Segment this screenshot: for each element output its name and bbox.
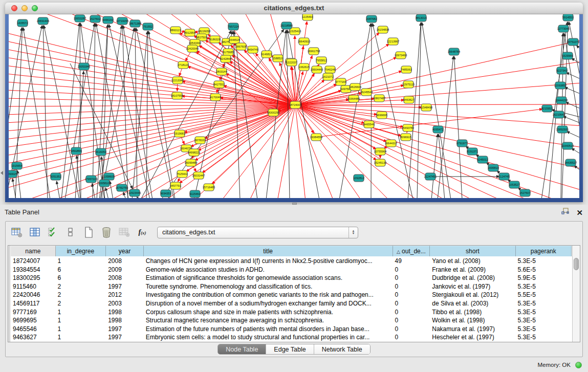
network-node-yellow[interactable]: 16031447 (192, 172, 205, 179)
network-node-yellow[interactable]: 1919682 (174, 130, 185, 137)
black-edge[interactable] (569, 22, 579, 198)
table-row[interactable]: 911546021997Tourette syndrome. Phenomeno… (11, 282, 572, 291)
black-edge[interactable] (574, 166, 579, 172)
network-node-teal[interactable]: 6791977 (456, 140, 467, 147)
network-node-teal[interactable]: 15892931 (556, 126, 569, 133)
network-node-yellow[interactable]: 16154838 (377, 26, 389, 33)
network-node-yellow[interactable]: 9242848 (220, 55, 231, 62)
network-node-teal[interactable]: 1405572 (17, 19, 28, 27)
table-cell[interactable]: 1 (56, 333, 106, 342)
table-cell[interactable]: Investigating the contribution of common… (144, 291, 393, 299)
table-cell[interactable]: 1 (56, 308, 106, 317)
network-node-yellow[interactable]: 15245133 (374, 159, 386, 166)
table-cell[interactable]: 9463627 (11, 333, 56, 342)
table-cell[interactable]: 1997 (106, 333, 144, 342)
float-window-icon[interactable] (561, 208, 569, 217)
black-edge[interactable] (576, 45, 579, 51)
black-edge[interactable] (43, 26, 48, 198)
table-cell[interactable]: 2009 (106, 266, 144, 274)
red-edge[interactable] (9, 90, 295, 105)
network-node-teal[interactable]: 8191371 (467, 148, 477, 155)
network-node-yellow[interactable]: 1621072 (322, 73, 333, 80)
network-node-yellow[interactable]: 22420046 (186, 45, 199, 52)
table-cell[interactable]: 5.3E-5 (515, 316, 572, 325)
network-node-yellow[interactable]: 9699695 (376, 112, 387, 119)
table-cell[interactable]: 19384554 (11, 266, 56, 274)
red-edge[interactable] (295, 104, 579, 105)
column-header-short[interactable]: short (430, 246, 515, 256)
table-cell[interactable]: Yano et al. (2008) (430, 257, 515, 266)
scrollbar-thumb[interactable] (574, 258, 579, 270)
table-cell[interactable]: 0 (393, 266, 430, 274)
table-cell[interactable]: Embryonic stem cells: a model to study s… (144, 333, 393, 342)
black-edge[interactable] (75, 71, 83, 198)
network-node-yellow[interactable]: 7485063 (401, 66, 411, 73)
network-node-teal[interactable]: 6466160 (102, 16, 113, 24)
table-cell[interactable]: Changes of HCN gene expression and I(f) … (144, 257, 393, 266)
black-edge[interactable] (373, 24, 413, 198)
network-node-yellow[interactable]: 12213967 (387, 38, 399, 45)
black-edge[interactable] (572, 148, 579, 155)
network-node-yellow[interactable]: 18300295 (267, 109, 279, 116)
table-select-dropdown[interactable]: citations_edges.txt ▲▼ (157, 227, 358, 238)
black-edge[interactable] (566, 73, 579, 80)
table-cell[interactable]: 2 (56, 291, 106, 299)
network-node-yellow[interactable]: 4170046 (210, 94, 221, 101)
network-node-teal[interactable]: 20053346 (78, 63, 90, 70)
black-edge[interactable] (23, 28, 50, 198)
red-edge[interactable] (295, 105, 446, 198)
table-cell[interactable]: 5.3E-5 (515, 308, 572, 317)
network-node-teal[interactable]: 5051352 (50, 173, 61, 180)
network-node-yellow[interactable]: 8427552 (213, 81, 224, 88)
table-cell[interactable]: 9699695 (11, 316, 56, 325)
black-edge[interactable] (572, 58, 579, 65)
table-cell[interactable]: 1998 (106, 308, 144, 317)
table-cell[interactable]: 49 (393, 257, 430, 266)
tab-node-table[interactable]: Node Table (218, 344, 266, 354)
table-cell[interactable]: 5.3E-5 (515, 299, 572, 308)
table-cell[interactable]: Nakamura et al. (1997) (430, 325, 515, 334)
table-cell[interactable]: 0 (393, 333, 430, 342)
network-node-teal[interactable]: 17957223 (85, 176, 97, 183)
table-cell[interactable]: 22420046 (11, 291, 56, 299)
tab-edge-table[interactable]: Edge Table (266, 344, 314, 354)
network-node-teal[interactable]: 2087682 (366, 15, 377, 23)
red-edge[interactable] (295, 105, 334, 198)
column-header-in_degree[interactable]: in_degree (56, 246, 106, 256)
table-cell[interactable]: 9115460 (11, 282, 56, 291)
network-node-teal[interactable]: 9329966 (562, 52, 573, 59)
network-node-yellow[interactable]: 16640910 (298, 38, 310, 45)
table-cell[interactable]: 0 (393, 308, 430, 317)
network-node-teal[interactable]: 20691406 (37, 17, 49, 25)
network-node-teal[interactable]: 10340514 (561, 142, 574, 149)
red-edge[interactable] (295, 105, 401, 136)
table-cell[interactable]: 5.9E-5 (515, 274, 572, 282)
network-node-yellow[interactable]: 2867608 (235, 43, 246, 50)
network-node-yellow[interactable]: 1588520 (272, 55, 283, 62)
table-cell[interactable]: 5.3E-5 (515, 257, 572, 266)
network-node-yellow[interactable]: 15716485 (203, 184, 215, 191)
network-node-teal[interactable]: 21247451 (424, 173, 437, 180)
column-header-pagerank[interactable]: pagerank (516, 246, 572, 256)
table-cell[interactable]: 18724007 (11, 257, 56, 266)
network-node-teal[interactable]: 4095472 (432, 126, 443, 133)
column-header-out_de[interactable]: △out_de... (393, 246, 430, 256)
network-node-yellow[interactable]: 20364486 (347, 95, 360, 102)
table-cell[interactable]: 5.5E-5 (515, 291, 572, 299)
black-edge[interactable] (70, 63, 133, 189)
network-node-teal[interactable]: 1915654 (11, 162, 22, 169)
table-cell[interactable]: Jankovic et al. (1997) (430, 282, 515, 291)
network-node-teal[interactable]: 9115460 (189, 190, 200, 198)
network-node-yellow[interactable]: 14626606 (349, 83, 361, 91)
black-edge[interactable] (567, 132, 579, 139)
network-node-yellow[interactable]: 8912954 (184, 29, 195, 36)
network-node-yellow[interactable]: 1322037 (286, 59, 297, 66)
table-cell[interactable]: Estimation of significance thresholds fo… (144, 274, 393, 282)
table-cell[interactable]: 2 (56, 282, 106, 291)
table-cell[interactable]: de Silva et al. (2003) (430, 299, 515, 308)
black-edge[interactable] (371, 24, 372, 198)
network-node-yellow[interactable]: 16644317 (385, 140, 397, 147)
table-cell[interactable]: 1 (56, 257, 106, 266)
network-node-teal[interactable]: 1358605 (103, 173, 114, 180)
table-cell[interactable]: 9465546 (11, 325, 56, 334)
